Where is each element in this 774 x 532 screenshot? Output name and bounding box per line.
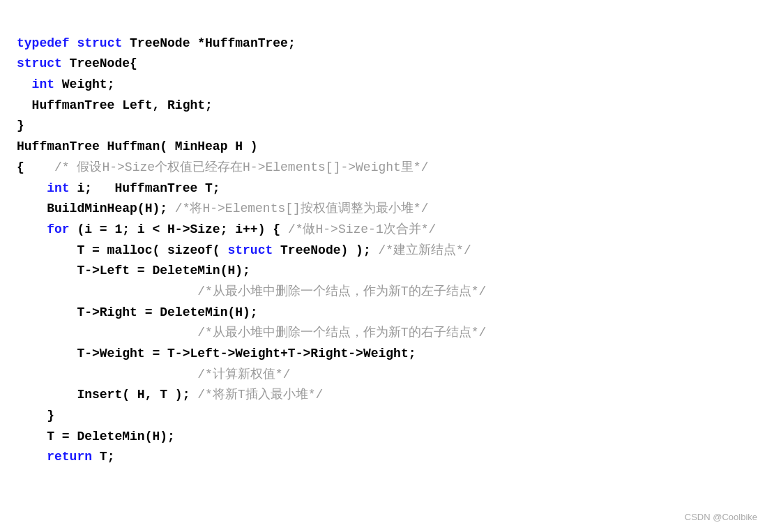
line4: HuffmanTree Left, Right; xyxy=(17,98,213,112)
line16: T->Weight = T->Left->Weight+T->Right->We… xyxy=(17,347,416,360)
line9: BuildMinHeap(H); /*将H->Elements[]按权值调整为最… xyxy=(17,202,428,215)
line5: } xyxy=(17,119,24,132)
line19: } xyxy=(17,409,54,423)
line18: Insert( H, T ); /*将新T插入最小堆*/ xyxy=(17,388,323,402)
code-container: typedef struct TreeNode *HuffmanTree; st… xyxy=(0,0,774,532)
line14: T->Right = DeleteMin(H); xyxy=(17,305,258,319)
code-block: typedef struct TreeNode *HuffmanTree; st… xyxy=(17,13,757,489)
line15: /*从最小堆中删除一个结点，作为新T的右子结点*/ xyxy=(17,326,486,340)
line21: return T; xyxy=(17,450,114,464)
line6: HuffmanTree Huffman( MinHeap H ) xyxy=(17,139,258,153)
line12: T->Left = DeleteMin(H); xyxy=(17,264,250,278)
line17: /*计算新权值*/ xyxy=(17,367,290,381)
line8: int i; HuffmanTree T; xyxy=(17,181,220,195)
watermark: CSDN @Coolbike xyxy=(685,512,757,522)
line11: T = malloc( sizeof( struct TreeNode) ); … xyxy=(17,243,471,257)
line2: struct TreeNode{ xyxy=(17,56,137,70)
line20: T = DeleteMin(H); xyxy=(17,430,175,443)
line7: { /* 假设H->Size个权值已经存在H->Elements[]->Weig… xyxy=(17,160,428,174)
line13: /*从最小堆中删除一个结点，作为新T的左子结点*/ xyxy=(17,284,486,298)
line10: for (i = 1; i < H->Size; i++) { /*做H->Si… xyxy=(17,222,436,236)
line1: typedef struct TreeNode *HuffmanTree; xyxy=(17,36,296,50)
line3: int Weight; xyxy=(17,77,114,91)
